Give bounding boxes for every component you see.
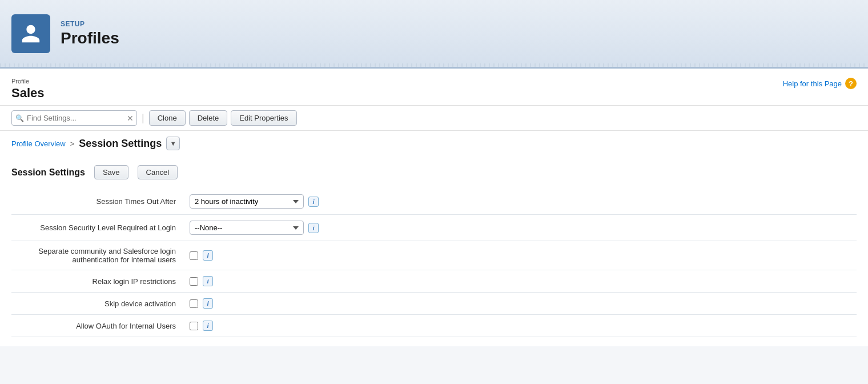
toolbar-divider: | (142, 112, 144, 124)
profile-header: Profile Sales Help for this Page ? (0, 69, 868, 105)
allow-oauth-value-cell: i (183, 315, 857, 337)
search-icon: 🔍 (15, 114, 24, 122)
breadcrumb: Profile Overview > Session Settings ▼ (0, 131, 868, 156)
allow-oauth-label: Allow OAuth for Internal Users (11, 315, 183, 337)
profile-overview-link[interactable]: Profile Overview (11, 139, 66, 148)
breadcrumb-dropdown-button[interactable]: ▼ (166, 137, 180, 150)
form-header: Session Settings Save Cancel (11, 165, 857, 179)
timeout-value-cell: 2 hours of inactivity 15 minutes of inac… (183, 189, 857, 215)
timeout-row: Session Times Out After 2 hours of inact… (11, 189, 857, 215)
separate-community-checkbox[interactable] (190, 251, 198, 260)
timeout-info-icon[interactable]: i (308, 197, 319, 207)
breadcrumb-separator: > (70, 139, 75, 148)
edit-properties-button[interactable]: Edit Properties (231, 110, 296, 126)
separate-community-info-icon[interactable]: i (203, 250, 213, 261)
allow-oauth-row: Allow OAuth for Internal Users i (11, 315, 857, 337)
skip-device-value-cell: i (183, 293, 857, 315)
clear-icon[interactable]: ✕ (127, 114, 134, 122)
skip-device-checkbox[interactable] (190, 299, 198, 308)
toolbar: 🔍 ✕ | Clone Delete Edit Properties (0, 105, 868, 131)
main-content: Profile Sales Help for this Page ? 🔍 ✕ |… (0, 69, 868, 346)
security-level-value-cell: --None-- Standard High Assurance i (183, 215, 857, 241)
relax-ip-info-icon[interactable]: i (203, 276, 213, 286)
timeout-select[interactable]: 2 hours of inactivity 15 minutes of inac… (190, 194, 304, 209)
relax-ip-value-cell: i (183, 270, 857, 293)
header-title: Profiles (61, 29, 119, 47)
allow-oauth-info-icon[interactable]: i (203, 321, 213, 331)
relax-ip-row: Relax login IP restrictions i (11, 270, 857, 293)
clone-button[interactable]: Clone (149, 110, 186, 126)
security-level-label: Session Security Level Required at Login (11, 215, 183, 241)
profile-label: Profile (11, 78, 45, 85)
allow-oauth-checkbox[interactable] (190, 322, 198, 330)
skip-device-row: Skip device activation i (11, 293, 857, 315)
search-input[interactable] (11, 110, 137, 126)
profile-name: Sales (11, 86, 45, 101)
save-button[interactable]: Save (94, 165, 128, 179)
settings-table: Session Times Out After 2 hours of inact… (11, 189, 857, 337)
relax-ip-checkbox[interactable] (190, 277, 198, 286)
page-header: SETUP Profiles (0, 0, 868, 69)
cancel-button[interactable]: Cancel (138, 165, 178, 179)
skip-device-label: Skip device activation (11, 293, 183, 315)
skip-device-info-icon[interactable]: i (203, 298, 213, 309)
security-level-info-icon[interactable]: i (308, 223, 319, 233)
separate-community-value-cell: i (183, 241, 857, 270)
security-level-row: Session Security Level Required at Login… (11, 215, 857, 241)
profile-info: Profile Sales (11, 78, 45, 101)
separate-community-row: Separate community and Salesforce login … (11, 241, 857, 270)
help-text: Help for this Page (783, 79, 842, 88)
delete-button[interactable]: Delete (189, 110, 228, 126)
form-title: Session Settings (11, 167, 85, 178)
session-settings-form: Session Settings Save Cancel Session Tim… (0, 156, 868, 346)
person-icon (20, 23, 42, 45)
separate-community-label: Separate community and Salesforce login … (11, 241, 183, 270)
breadcrumb-current: Session Settings (79, 138, 162, 150)
help-link[interactable]: Help for this Page ? (783, 78, 857, 89)
header-text: SETUP Profiles (61, 20, 119, 47)
relax-ip-label: Relax login IP restrictions (11, 270, 183, 293)
timeout-label: Session Times Out After (11, 189, 183, 215)
search-wrapper: 🔍 ✕ (11, 110, 137, 126)
security-level-select[interactable]: --None-- Standard High Assurance (190, 221, 304, 235)
header-icon (11, 14, 50, 53)
help-icon: ? (845, 78, 857, 89)
setup-label: SETUP (61, 20, 119, 28)
